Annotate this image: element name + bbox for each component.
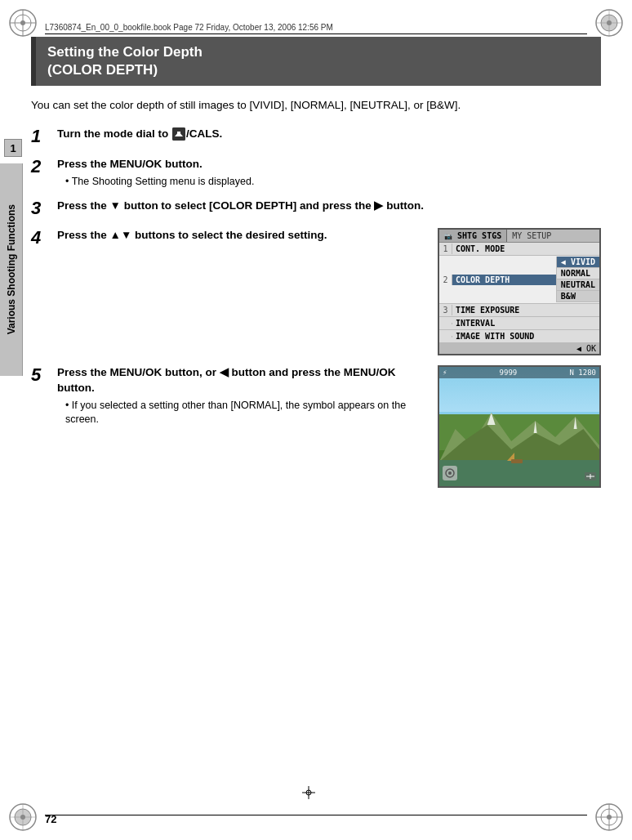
preview-status-bar: ⚡ 9999 N 1280 bbox=[439, 367, 599, 378]
step-4-number: 4 bbox=[31, 228, 54, 248]
camera-preview: ⚡ 9999 N 1280 bbox=[438, 365, 601, 488]
page-number: 72 bbox=[45, 813, 56, 825]
step-4-container: 4 Press the ▲▼ buttons to select the des… bbox=[31, 228, 601, 355]
step-1-number: 1 bbox=[31, 127, 54, 146]
title-block: Setting the Color Depth (COLOR DEPTH) bbox=[31, 37, 601, 86]
intro-text: You can set the color depth of still ima… bbox=[31, 97, 601, 114]
bottom-rule bbox=[45, 815, 587, 815]
preview-mode-indicator: N 1280 bbox=[569, 369, 596, 377]
header-line: L7360874_En_00_0_bookfile.book Page 72 F… bbox=[45, 23, 587, 34]
step-2: 2 Press the MENU/OK button. The Shooting… bbox=[31, 157, 601, 189]
step-4-text-area: 4 Press the ▲▼ buttons to select the des… bbox=[31, 228, 429, 248]
step-1-content: Turn the mode dial to /CALS. bbox=[57, 127, 601, 142]
option-bw: B&W bbox=[557, 291, 599, 302]
svg-rect-24 bbox=[177, 132, 180, 134]
step-5: 5 Press the MENU/OK button, or ◀ button … bbox=[31, 365, 429, 427]
step-3: 3 Press the ▼ button to select [COLOR DE… bbox=[31, 199, 601, 218]
header-text: L7360874_En_00_0_bookfile.book Page 72 F… bbox=[45, 23, 333, 32]
svg-point-34 bbox=[448, 471, 452, 475]
option-neutral: NEUTRAL bbox=[557, 279, 599, 291]
preview-counter: 9999 bbox=[500, 369, 518, 377]
camera-preview-container: ⚡ 9999 N 1280 bbox=[438, 365, 601, 488]
step-4-content: Press the ▲▼ buttons to select the desir… bbox=[57, 228, 429, 244]
sidebar-chapter-tab: Various Shooting Functions bbox=[0, 163, 23, 376]
main-content: Setting the Color Depth (COLOR DEPTH) Yo… bbox=[31, 37, 601, 807]
step-4: 4 Press the ▲▼ buttons to select the des… bbox=[31, 228, 429, 248]
preview-bottom-icon bbox=[443, 466, 457, 483]
svg-point-19 bbox=[607, 815, 612, 820]
menu-row-1: 1 CONT. MODE bbox=[439, 243, 599, 256]
menu-tab-shtg: 📷 SHTG STGS bbox=[439, 230, 507, 242]
step-2-content: Press the MENU/OK button. The Shooting S… bbox=[57, 157, 601, 189]
menu-options: ◀ VIVID NORMAL NEUTRAL B&W bbox=[556, 257, 599, 302]
step-3-number: 3 bbox=[31, 199, 54, 218]
step-5-container: 5 Press the MENU/OK button, or ◀ button … bbox=[31, 365, 601, 488]
corner-decoration-tr bbox=[593, 7, 625, 39]
step-5-number: 5 bbox=[31, 365, 54, 385]
preview-corner-icon bbox=[585, 470, 596, 483]
preview-battery-icon: ⚡ bbox=[443, 369, 447, 377]
option-normal: NORMAL bbox=[557, 268, 599, 279]
menu-tab-setup: MY SETUP bbox=[507, 230, 556, 242]
menu-footer: ◀ OK bbox=[439, 343, 599, 354]
step-1: 1 Turn the mode dial to /CALS. bbox=[31, 127, 601, 146]
step-3-content: Press the ▼ button to select [COLOR DEPT… bbox=[57, 199, 601, 214]
option-vivid: ◀ VIVID bbox=[557, 257, 599, 268]
step-4-image: 📷 SHTG STGS MY SETUP 1 CONT. MODE 2 COLO… bbox=[438, 228, 601, 355]
preview-boat bbox=[505, 451, 525, 466]
camera-menu: 📷 SHTG STGS MY SETUP 1 CONT. MODE 2 COLO… bbox=[438, 228, 601, 355]
step-5-text-area: 5 Press the MENU/OK button, or ◀ button … bbox=[31, 365, 429, 427]
menu-row-4: INTERVAL bbox=[439, 317, 599, 330]
corner-decoration-tl bbox=[7, 7, 39, 39]
page-title: Setting the Color Depth (COLOR DEPTH) bbox=[47, 43, 593, 79]
sidebar-chapter-label: Various Shooting Functions bbox=[6, 204, 17, 334]
menu-row-5: IMAGE WITH SOUND bbox=[439, 330, 599, 343]
menu-header: 📷 SHTG STGS MY SETUP bbox=[439, 230, 599, 243]
svg-rect-31 bbox=[511, 459, 523, 463]
step-5-content: Press the MENU/OK button, or ◀ button an… bbox=[57, 365, 429, 427]
crosshair-bottom bbox=[302, 786, 315, 802]
svg-point-4 bbox=[20, 20, 25, 25]
sidebar-chapter-number: 1 bbox=[4, 139, 22, 157]
step-2-number: 2 bbox=[31, 157, 54, 176]
menu-row-3: 3 TIME EXPOSURE bbox=[439, 304, 599, 317]
menu-row-2: 2 COLOR DEPTH ◀ VIVID NORMAL NEUTRAL B&W bbox=[439, 256, 599, 304]
